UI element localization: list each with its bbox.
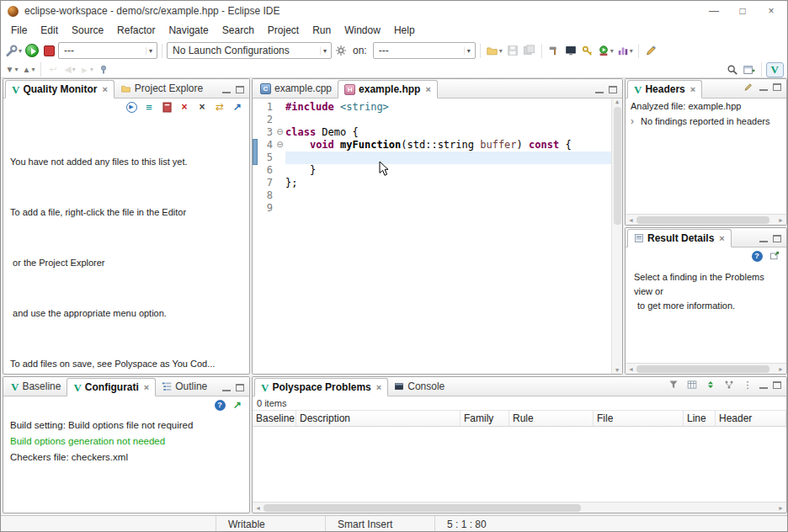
tab-outline[interactable]: Outline	[156, 377, 213, 396]
scroll-left-icon[interactable]: ◄	[253, 505, 264, 511]
link-with-editor-button[interactable]	[722, 378, 736, 391]
run-button[interactable]	[24, 42, 40, 59]
code-text[interactable]	[285, 202, 611, 215]
tab-headers[interactable]: V Headers ×	[627, 80, 702, 98]
launch-config-combo[interactable]: No Launch Configurations ▾	[167, 42, 332, 59]
pin-editor-button[interactable]	[96, 61, 111, 78]
filter-button[interactable]	[667, 378, 680, 391]
clear-results-button[interactable]: ×	[195, 100, 209, 114]
code-line-1[interactable]: 1#include <string>	[253, 101, 622, 114]
tab-project-explorer[interactable]: Project Explore	[114, 79, 209, 98]
minimize-view-button[interactable]	[595, 86, 604, 93]
run-last-tool-button[interactable]: ▾	[597, 42, 615, 59]
stop-button[interactable]	[41, 42, 56, 59]
previous-annotation-button[interactable]: ▲ ▾	[21, 61, 36, 78]
close-icon[interactable]: ×	[719, 233, 724, 243]
save-button[interactable]	[505, 42, 520, 59]
next-annotation-button[interactable]: ▼ ▾	[4, 61, 19, 78]
back-button[interactable]: ◀ ▾	[62, 61, 77, 78]
close-icon[interactable]: ×	[376, 382, 381, 392]
key-button[interactable]	[580, 42, 595, 59]
help-button[interactable]: ?	[750, 249, 764, 263]
editor-vertical-scrollbar[interactable]: ▲ ▼	[611, 98, 622, 374]
remove-all-button[interactable]: ×	[178, 100, 191, 114]
minimize-button[interactable]: —	[700, 2, 728, 20]
code-line-3[interactable]: 3⊖class Demo {	[253, 126, 622, 139]
code-text[interactable]	[285, 114, 611, 126]
column-rule[interactable]: Rule	[509, 411, 594, 426]
scroll-up-icon[interactable]: ▲	[615, 98, 619, 105]
launch-target-combo[interactable]: --- ▾	[373, 42, 476, 59]
edit-button[interactable]	[741, 80, 754, 93]
tab-result-details[interactable]: Result Details ×	[627, 229, 732, 247]
tab-baseline[interactable]: V Baseline	[5, 377, 67, 396]
scroll-right-icon[interactable]: ►	[775, 217, 786, 223]
fold-collapse-icon[interactable]: ⊖	[274, 126, 285, 139]
help-button[interactable]: ?	[213, 398, 226, 412]
code-line-2[interactable]: 2	[253, 114, 622, 126]
maximize-view-button[interactable]	[773, 381, 781, 389]
polyspace-configure-button[interactable]: ▾	[4, 42, 23, 59]
close-icon[interactable]: ×	[690, 84, 695, 94]
menu-source[interactable]: Source	[65, 22, 110, 39]
code-text[interactable]: class Demo {	[285, 126, 611, 139]
expand-collapse-button[interactable]	[704, 378, 717, 391]
minimize-view-button[interactable]	[222, 86, 231, 93]
minimize-view-button[interactable]	[759, 83, 768, 91]
tab-configuration[interactable]: V Configurati ×	[67, 378, 156, 396]
menu-file[interactable]: File	[4, 22, 34, 39]
maximize-view-button[interactable]	[609, 86, 617, 93]
fold-collapse-icon[interactable]: ⊖	[274, 139, 285, 152]
scroll-left-icon[interactable]: ◄	[626, 217, 636, 223]
polyspace-perspective-button[interactable]: V	[766, 62, 784, 77]
close-button[interactable]: ×	[757, 2, 785, 20]
code-line-8[interactable]: 8	[253, 189, 622, 202]
profile-button[interactable]: ▾	[616, 42, 634, 59]
close-icon[interactable]: ×	[144, 382, 149, 392]
menu-run[interactable]: Run	[306, 22, 338, 39]
code-text[interactable]: }	[285, 164, 611, 177]
result-details-horizontal-scrollbar[interactable]: ◄ ►	[626, 363, 786, 374]
tab-polyspace-problems[interactable]: V Polyspace Problems ×	[254, 378, 388, 396]
menu-edit[interactable]: Edit	[34, 22, 65, 39]
code-text[interactable]	[285, 189, 611, 202]
findings-tree-item[interactable]: › No findings reported in headers	[626, 113, 786, 129]
minimize-view-button[interactable]	[759, 381, 768, 389]
tab-example-cpp[interactable]: C example.cpp	[254, 79, 338, 98]
column-description[interactable]: Description	[296, 411, 461, 426]
scroll-down-icon[interactable]: ▼	[615, 367, 619, 374]
maximize-view-button[interactable]	[236, 86, 244, 93]
refresh-button[interactable]: ⇄	[213, 100, 226, 114]
code-line-6[interactable]: 6 }	[253, 164, 622, 177]
remove-file-button[interactable]	[160, 100, 173, 114]
code-line-7[interactable]: 7};	[253, 177, 622, 189]
menu-help[interactable]: Help	[387, 22, 422, 39]
build-mode-combo[interactable]: --- ▾	[58, 42, 157, 59]
column-line[interactable]: Line	[684, 411, 716, 426]
view-menu-button[interactable]: ⋮	[741, 378, 754, 391]
headers-horizontal-scrollbar[interactable]: ◄ ►	[626, 214, 786, 225]
forward-button[interactable]: ► ▾	[79, 61, 94, 78]
scrollbar-thumb[interactable]	[636, 365, 769, 373]
chevron-right-icon[interactable]: ›	[631, 115, 637, 127]
maximize-view-button[interactable]	[773, 235, 781, 242]
scroll-left-icon[interactable]: ◄	[626, 366, 636, 372]
menu-refactor[interactable]: Refactor	[110, 22, 162, 39]
menu-window[interactable]: Window	[338, 22, 387, 39]
export-button[interactable]: ↗	[231, 100, 244, 114]
menu-navigate[interactable]: Navigate	[162, 22, 215, 39]
launch-settings-button[interactable]	[333, 42, 349, 59]
code-text[interactable]	[285, 152, 611, 164]
scroll-right-icon[interactable]: ►	[775, 366, 786, 372]
code-text[interactable]: #include <string>	[285, 101, 611, 114]
build-all-button[interactable]	[546, 42, 562, 59]
scrollbar-thumb[interactable]	[636, 216, 769, 224]
save-all-button[interactable]	[522, 42, 537, 59]
run-analysis-button[interactable]: ▶	[125, 100, 138, 114]
tab-console[interactable]: Console	[388, 377, 450, 396]
maximize-view-button[interactable]	[236, 384, 244, 391]
tab-quality-monitor[interactable]: V Quality Monitor ×	[5, 80, 114, 98]
column-family[interactable]: Family	[461, 411, 509, 426]
configure-columns-button[interactable]	[685, 378, 699, 391]
search-button[interactable]	[725, 61, 740, 78]
